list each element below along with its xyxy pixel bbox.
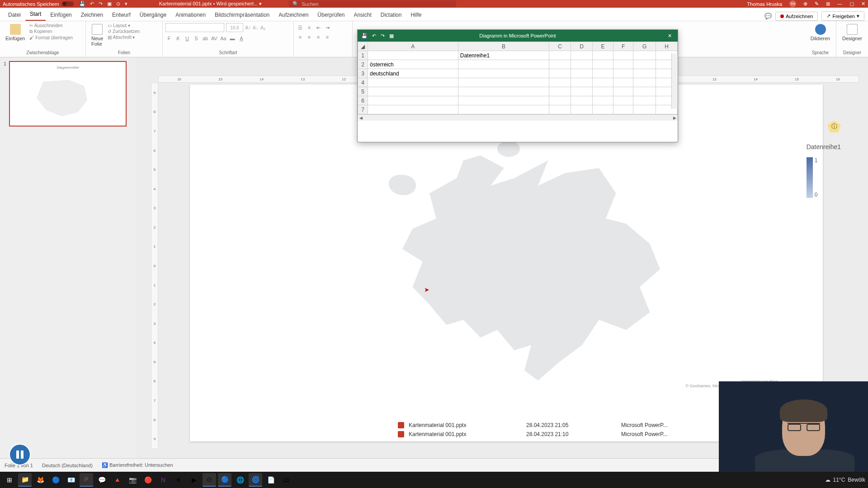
present-from-start-icon[interactable]: ▣ [107,1,112,7]
task-onenote[interactable]: N [156,473,170,487]
cell-A6[interactable] [368,96,458,105]
task-app-5[interactable]: 🔵 [218,473,231,487]
scroll-right-icon[interactable]: ▶ [671,116,678,120]
status-accessibility[interactable]: ♿ Barrierefreiheit: Untersuchen [102,462,173,468]
taskbar-weather[interactable]: ☁ 11°C Bewölk [825,477,866,483]
cell-B2[interactable] [458,60,549,69]
decrease-font-icon[interactable]: A↓ [253,25,259,30]
cell-A3[interactable]: deutschland [368,69,458,78]
chart-data-window[interactable]: 💾 ↶ ↷ ▦ Diagramm in Microsoft PowerPoint… [357,29,678,142]
cell-F3[interactable] [613,69,633,78]
tab-dictation[interactable]: Dictation [376,9,406,21]
indent-decrease-icon[interactable]: ⇤ [315,25,322,31]
toggle-switch-icon[interactable] [62,1,74,6]
tab-einfuegen[interactable]: Einfügen [46,9,76,21]
indent-increase-icon[interactable]: ⇥ [324,25,331,31]
clear-format-icon[interactable]: Aᵪ [260,25,265,31]
cell-D2[interactable] [571,60,593,69]
user-avatar[interactable]: TH [789,0,796,7]
row-header-7[interactable]: 7 [358,105,368,114]
tab-uebergaenge[interactable]: Übergänge [135,9,171,21]
cw-redo-icon[interactable]: ↷ [381,33,385,39]
cell-B6[interactable] [458,96,549,105]
touch-mode-icon[interactable]: ⊙ [116,1,120,7]
cell-G5[interactable] [633,87,656,96]
cw-table-icon[interactable]: ▦ [389,33,394,39]
task-app-1[interactable]: 💬 [95,473,108,487]
cell-D7[interactable] [571,105,593,114]
justify-icon[interactable]: ≡ [324,34,331,40]
cell-D1[interactable] [571,51,593,60]
paste-button[interactable]: Einfügen [3,23,28,42]
cw-undo-icon[interactable]: ↶ [372,33,376,39]
search-box[interactable]: 🔍 Suchen [289,0,456,7]
cell-A4[interactable] [368,78,458,87]
slide-thumbnails-panel[interactable]: 1 Diagrammtitel [0,57,136,458]
task-outlook[interactable]: 📧 [64,473,78,487]
map-chart[interactable] [362,148,701,401]
layout-button[interactable]: ▭ Layout ▾ [108,23,140,28]
underline-icon[interactable]: U [184,36,191,41]
cut-button[interactable]: ✂ Ausschneiden [29,23,73,28]
col-header-B[interactable]: B [458,42,549,51]
cell-G7[interactable] [633,105,656,114]
new-slide-button[interactable]: Neue Folie [89,23,106,47]
italic-icon[interactable]: K [175,36,182,41]
task-app-6[interactable]: 🌐 [233,473,247,487]
bold-icon[interactable]: F [165,36,173,41]
task-vlc[interactable]: 🔺 [110,473,124,487]
recording-pause-button[interactable] [9,444,31,465]
minimize-icon[interactable]: — [837,1,842,7]
cell-F5[interactable] [613,87,633,96]
tab-start[interactable]: Start [25,8,46,21]
horizontal-scrollbar[interactable]: ◀ ▶ [358,114,678,121]
cell-C4[interactable] [549,78,571,87]
font-family-input[interactable] [165,23,224,32]
autosave-toggle[interactable]: Automatisches Speichern [3,1,74,7]
cell-C1[interactable] [549,51,571,60]
cell-A5[interactable] [368,87,458,96]
chart-info-badge[interactable]: ⓘ [827,121,841,132]
format-painter-button[interactable]: 🖌 Format übertragen [29,35,73,40]
increase-font-icon[interactable]: A↑ [245,25,251,30]
cell-F2[interactable] [613,60,633,69]
cell-C7[interactable] [549,105,571,114]
cell-B3[interactable] [458,69,549,78]
select-all-cell[interactable]: ◢ [358,42,368,51]
task-firefox[interactable]: 🦊 [33,473,47,487]
cell-E4[interactable] [593,78,613,87]
cell-F1[interactable] [613,51,633,60]
cell-D4[interactable] [571,78,593,87]
case-icon[interactable]: Aa [220,36,227,41]
cell-E6[interactable] [593,96,613,105]
redo-icon[interactable]: ↷ [99,1,103,7]
tab-hilfe[interactable]: Hilfe [406,9,426,21]
shadow-icon[interactable]: ab [202,36,209,41]
cell-B5[interactable] [458,87,549,96]
cell-D5[interactable] [571,87,593,96]
tab-ueberpruefen[interactable]: Überprüfen [313,9,349,21]
cell-B1[interactable]: Datenreihe1 [458,51,549,60]
tab-animationen[interactable]: Animationen [171,9,210,21]
save-icon[interactable]: 💾 [79,1,85,7]
cell-G2[interactable] [633,60,656,69]
task-chrome[interactable]: 🔵 [49,473,62,487]
vertical-ruler[interactable]: 9876543210123456789 [151,83,158,449]
cell-C3[interactable] [549,69,571,78]
chart-window-close-icon[interactable]: ✕ [665,33,674,39]
cell-F4[interactable] [613,78,633,87]
sync-icon[interactable]: ⊕ [803,1,807,7]
align-left-icon[interactable]: ≡ [297,34,304,40]
section-button[interactable]: ▤ Abschnitt ▾ [108,35,140,40]
chart-window-titlebar[interactable]: 💾 ↶ ↷ ▦ Diagramm in Microsoft PowerPoint… [358,30,678,42]
col-header-G[interactable]: G [633,42,656,51]
row-header-3[interactable]: 3 [358,69,368,78]
tab-entwurf[interactable]: Entwurf [108,9,135,21]
cell-D3[interactable] [571,69,593,78]
tab-bildschirmpraesentation[interactable]: Bildschirmpräsentation [210,9,274,21]
col-header-A[interactable]: A [368,42,458,51]
cell-E2[interactable] [593,60,613,69]
tab-ansicht[interactable]: Ansicht [349,9,376,21]
font-size-input[interactable] [226,23,243,32]
cell-E5[interactable] [593,87,613,96]
